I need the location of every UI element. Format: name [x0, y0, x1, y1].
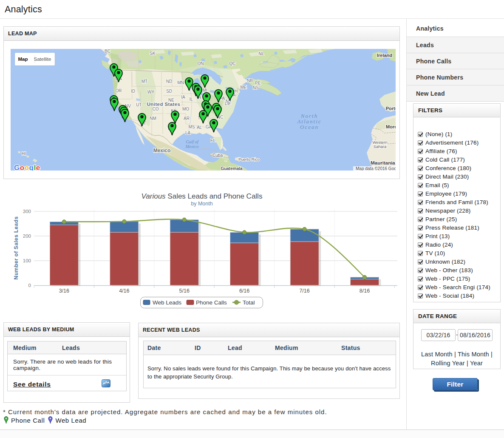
svg-text:Satellite: Satellite	[34, 57, 51, 62]
svg-text:MI: MI	[202, 88, 207, 93]
svg-text:Portugal: Portugal	[386, 106, 396, 111]
svg-text:QC: QC	[229, 61, 236, 66]
svg-text:MT: MT	[142, 79, 147, 84]
svg-text:Map: Map	[18, 57, 28, 62]
svg-text:8/16: 8/16	[360, 288, 370, 294]
svg-text:OR: OR	[116, 88, 122, 93]
svg-text:Web Leads: Web Leads	[153, 299, 181, 306]
svg-text:200: 200	[23, 233, 31, 239]
svg-text:ND: ND	[166, 79, 172, 84]
svg-text:AL: AL	[197, 125, 202, 130]
svg-text:NS: NS	[253, 85, 259, 90]
svg-text:by Month: by Month	[191, 201, 212, 207]
svg-text:Number of Sales Leads: Number of Sales Leads	[13, 216, 19, 280]
svg-text:Mauritania: Mauritania	[371, 160, 395, 165]
svg-text:Morocco: Morocco	[386, 124, 396, 129]
svg-text:NM: NM	[150, 116, 156, 121]
svg-text:BC: BC	[105, 49, 110, 54]
svg-text:Mexico: Mexico	[153, 148, 171, 154]
svg-text:HI: HI	[22, 151, 26, 156]
svg-text:Sahara: Sahara	[374, 144, 387, 149]
svg-text:Gulf of: Gulf of	[186, 139, 199, 144]
svg-text:Google: Google	[14, 164, 40, 171]
svg-text:Map data ©2016 Goog: Map data ©2016 Goog	[356, 166, 396, 171]
svg-text:SK: SK	[150, 51, 156, 56]
svg-text:4/16: 4/16	[119, 288, 129, 294]
svg-text:7/16: 7/16	[299, 288, 309, 294]
svg-text:Mexico: Mexico	[185, 144, 199, 149]
svg-text:ID: ID	[131, 89, 135, 94]
svg-text:100: 100	[23, 258, 31, 263]
svg-text:Phone Calls: Phone Calls	[196, 299, 227, 306]
svg-text:NL: NL	[259, 51, 264, 56]
svg-text:Ocean: Ocean	[300, 124, 319, 130]
svg-text:AR: AR	[184, 116, 190, 121]
svg-text:6/16: 6/16	[239, 288, 249, 294]
svg-text:MN: MN	[177, 80, 184, 85]
svg-text:United States: United States	[147, 102, 181, 107]
svg-text:WY: WY	[147, 90, 154, 94]
svg-text:LA: LA	[185, 131, 191, 135]
svg-text:0: 0	[28, 283, 31, 288]
svg-text:UT: UT	[136, 102, 142, 107]
svg-text:Cuba: Cuba	[212, 153, 223, 158]
svg-text:5/16: 5/16	[179, 288, 190, 294]
svg-text:Various Sales Leads and Phone: Various Sales Leads and Phone Calls	[142, 192, 263, 200]
svg-text:300: 300	[23, 209, 31, 214]
svg-text:Puerto Rico: Puerto Rico	[238, 157, 260, 162]
svg-text:NB: NB	[247, 78, 253, 83]
svg-text:Guatemala: Guatemala	[221, 166, 243, 171]
svg-text:ON: ON	[198, 61, 204, 66]
svg-text:IL: IL	[190, 97, 193, 102]
svg-text:ME: ME	[241, 85, 247, 90]
svg-text:FL: FL	[210, 138, 215, 143]
svg-text:SD: SD	[166, 89, 172, 94]
svg-text:3/16: 3/16	[59, 288, 69, 294]
svg-text:Total: Total	[243, 299, 255, 306]
svg-text:Ireland: Ireland	[377, 53, 392, 58]
svg-text:PE: PE	[255, 81, 261, 85]
svg-text:MS: MS	[189, 125, 195, 129]
svg-text:CO: CO	[153, 107, 159, 111]
svg-text:IA: IA	[181, 95, 185, 100]
svg-text:MO: MO	[182, 107, 189, 111]
